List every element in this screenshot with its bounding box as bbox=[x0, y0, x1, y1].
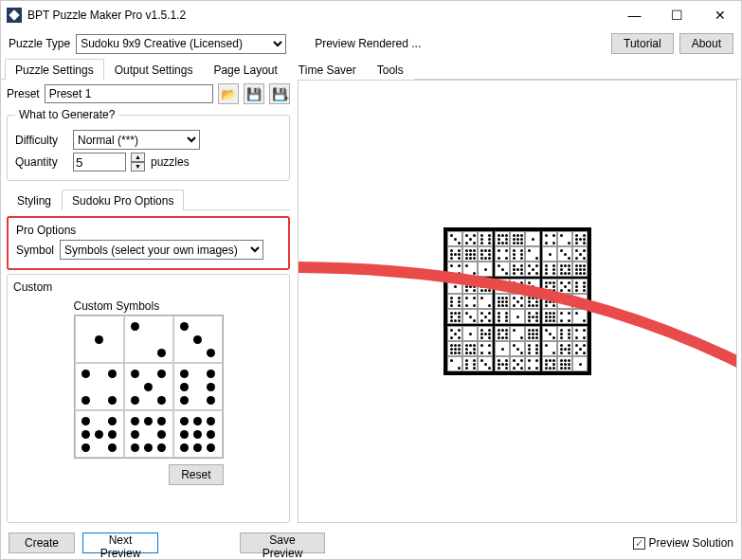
close-button[interactable]: ✕ bbox=[698, 1, 741, 29]
sudoku-cell bbox=[525, 309, 540, 324]
custom-group: Custom Custom Symbols Reset bbox=[7, 274, 290, 523]
open-folder-icon: 📂 bbox=[221, 87, 236, 101]
sudoku-cell bbox=[510, 231, 525, 246]
sudoku-cell bbox=[462, 326, 478, 341]
sudoku-cell bbox=[542, 341, 557, 356]
tab-puzzle-settings[interactable]: Puzzle Settings bbox=[5, 59, 104, 80]
sudoku-cell bbox=[510, 341, 525, 356]
sudoku-cell bbox=[462, 294, 478, 309]
next-preview-button[interactable]: Next Preview bbox=[82, 533, 158, 553]
sudoku-cell bbox=[557, 326, 572, 341]
symbol-cell-1[interactable] bbox=[75, 316, 124, 363]
sudoku-cell bbox=[572, 326, 588, 341]
subtab-styling[interactable]: Styling bbox=[7, 190, 62, 210]
tab-output-settings[interactable]: Output Settings bbox=[104, 59, 204, 80]
sudoku-cell bbox=[557, 309, 572, 324]
create-button[interactable]: Create bbox=[9, 533, 75, 553]
sudoku-cell bbox=[478, 231, 493, 246]
sudoku-cell bbox=[525, 326, 540, 341]
sudoku-cell bbox=[510, 309, 525, 324]
preview-solution-checkbox[interactable]: ✓ Preview Solution bbox=[633, 536, 733, 550]
symbol-cell-8[interactable] bbox=[124, 410, 173, 458]
pro-options-legend: Pro Options bbox=[16, 224, 281, 237]
sudoku-cell bbox=[572, 341, 588, 356]
sudoku-cell bbox=[525, 246, 540, 262]
symbol-cell-6[interactable] bbox=[173, 363, 223, 410]
sudoku-cell bbox=[447, 356, 462, 371]
maximize-button[interactable]: ☐ bbox=[656, 1, 698, 29]
quantity-input[interactable] bbox=[73, 153, 126, 172]
pro-options-group: Pro Options Symbol Symbols (select your … bbox=[7, 216, 290, 270]
tutorial-button[interactable]: Tutorial bbox=[611, 33, 674, 54]
symbol-cell-9[interactable] bbox=[173, 410, 223, 458]
minimize-button[interactable]: — bbox=[613, 1, 656, 29]
sudoku-cell bbox=[557, 231, 572, 246]
sudoku-board bbox=[443, 227, 591, 375]
reset-button[interactable]: Reset bbox=[169, 464, 223, 485]
save-preview-button[interactable]: Save Preview bbox=[240, 533, 325, 553]
sudoku-cell bbox=[447, 279, 462, 294]
sudoku-cell bbox=[572, 231, 588, 246]
symbol-cell-3[interactable] bbox=[173, 316, 223, 363]
difficulty-select[interactable]: Normal (***) bbox=[73, 130, 200, 150]
puzzle-type-select[interactable]: Sudoku 9x9 Creative (Licensed) bbox=[76, 34, 286, 54]
sudoku-cell bbox=[447, 309, 462, 324]
sudoku-cell bbox=[447, 294, 462, 309]
tab-page-layout[interactable]: Page Layout bbox=[203, 59, 287, 80]
symbol-cell-4[interactable] bbox=[75, 363, 124, 410]
symbol-cell-7[interactable] bbox=[75, 410, 124, 458]
symbol-cell-2[interactable] bbox=[124, 316, 173, 363]
save-icon: 💾 bbox=[246, 87, 262, 101]
sudoku-cell bbox=[478, 294, 493, 309]
symbol-label: Symbol bbox=[16, 244, 54, 257]
sudoku-cell bbox=[447, 246, 462, 262]
sudoku-cell bbox=[542, 294, 557, 309]
sudoku-cell bbox=[478, 356, 493, 371]
chevron-down-icon[interactable]: ▼ bbox=[131, 162, 145, 172]
sudoku-cell bbox=[478, 246, 493, 262]
sub-tabbar: StylingSudoku Pro Options bbox=[7, 189, 290, 210]
sudoku-cell bbox=[510, 246, 525, 262]
sudoku-cell bbox=[462, 262, 478, 277]
sudoku-cell bbox=[495, 262, 510, 277]
sudoku-cell bbox=[572, 294, 588, 309]
open-preset-button[interactable]: 📂 bbox=[218, 83, 239, 104]
difficulty-label: Difficulty bbox=[15, 134, 67, 147]
save-preset-as-button[interactable]: 💾+ bbox=[269, 83, 290, 104]
tab-time-saver[interactable]: Time Saver bbox=[288, 59, 367, 80]
sudoku-cell bbox=[572, 246, 588, 262]
checkmark-icon: ✓ bbox=[633, 537, 645, 550]
quantity-stepper[interactable]: ▲▼ bbox=[131, 153, 145, 172]
quantity-unit: puzzles bbox=[151, 155, 190, 169]
preview-status-text: Preview Rendered ... bbox=[315, 37, 421, 50]
sudoku-cell bbox=[478, 279, 493, 294]
sudoku-cell bbox=[525, 341, 540, 356]
sudoku-cell bbox=[557, 262, 572, 277]
chevron-up-icon[interactable]: ▲ bbox=[131, 153, 145, 162]
sudoku-cell bbox=[572, 279, 588, 294]
sudoku-cell bbox=[510, 326, 525, 341]
sudoku-cell bbox=[557, 279, 572, 294]
about-button[interactable]: About bbox=[679, 33, 733, 54]
sudoku-cell bbox=[495, 309, 510, 324]
sudoku-cell bbox=[525, 294, 540, 309]
subtab-sudoku-pro-options[interactable]: Sudoku Pro Options bbox=[62, 190, 184, 210]
sudoku-cell bbox=[525, 356, 540, 371]
save-preset-button[interactable]: 💾 bbox=[244, 83, 264, 104]
preset-input[interactable] bbox=[45, 84, 213, 103]
sudoku-cell bbox=[542, 279, 557, 294]
what-to-generate-legend: What to Generate? bbox=[15, 108, 118, 121]
preview-solution-label: Preview Solution bbox=[649, 536, 733, 550]
symbol-select[interactable]: Symbols (select your own images) bbox=[60, 240, 263, 260]
sudoku-cell bbox=[495, 279, 510, 294]
quantity-label: Quantity bbox=[15, 155, 67, 169]
sudoku-cell bbox=[542, 231, 557, 246]
sudoku-cell bbox=[478, 341, 493, 356]
sudoku-cell bbox=[542, 262, 557, 277]
sudoku-cell bbox=[462, 341, 478, 356]
sudoku-cell bbox=[447, 326, 462, 341]
sudoku-cell bbox=[462, 279, 478, 294]
symbol-cell-5[interactable] bbox=[124, 363, 173, 410]
sudoku-cell bbox=[542, 309, 557, 324]
tab-tools[interactable]: Tools bbox=[367, 59, 414, 80]
